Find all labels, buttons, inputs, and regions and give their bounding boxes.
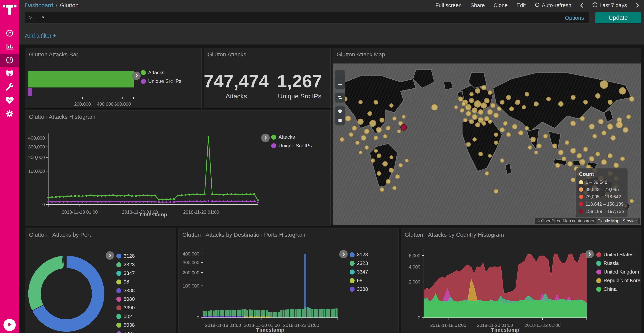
legend-item[interactable]: 3347 <box>350 269 368 275</box>
attack-bubble <box>460 108 464 113</box>
legend-toggle-chevron-icon[interactable] <box>106 251 114 260</box>
time-forward-button[interactable] <box>636 3 639 8</box>
attack-bubble <box>462 102 466 106</box>
attack-bubble <box>465 104 472 110</box>
legend-item[interactable]: 3388 <box>350 286 368 292</box>
legend-item[interactable]: Russia <box>596 260 641 266</box>
breadcrumb-separator: / <box>56 2 57 9</box>
legend-item[interactable]: 8080 <box>116 296 135 302</box>
legend-toggle-chevron-icon[interactable] <box>132 72 141 80</box>
attack-bubble <box>458 97 463 102</box>
attack-bubble <box>478 152 483 156</box>
legend-item[interactable]: 2323 <box>350 260 368 266</box>
attack-bubble <box>512 124 517 129</box>
attacks-by-port-donut-chart[interactable] <box>25 228 176 333</box>
legend-item[interactable]: 3128 <box>116 253 135 259</box>
legend-item[interactable]: Attacks <box>271 134 312 140</box>
legend-dot <box>350 278 354 283</box>
legend-label: 3388 <box>124 287 135 293</box>
legend-item[interactable]: United States <box>596 252 641 258</box>
legend-item[interactable]: 5038 <box>116 322 135 328</box>
sidebar-item-monitoring[interactable] <box>0 94 19 107</box>
time-back-button[interactable] <box>580 3 584 8</box>
svg-text:0: 0 <box>42 202 45 207</box>
legend-toggle-chevron-icon[interactable] <box>261 134 270 142</box>
legend-dot <box>141 70 146 75</box>
attack-bubble <box>395 174 400 179</box>
legend-toggle-chevron-icon[interactable] <box>585 250 594 258</box>
play-icon <box>6 321 14 329</box>
plus-icon: + <box>53 33 56 39</box>
attack-bubble <box>380 118 384 123</box>
chart-legend: AttacksUnique Src IPs <box>271 134 312 149</box>
legend-item[interactable]: Unique Src IPs <box>271 143 312 149</box>
breadcrumb-dashboard-link[interactable]: Dashboard <box>25 2 53 9</box>
attack-bubble <box>630 199 634 203</box>
legend-item[interactable]: 98 <box>116 279 135 285</box>
legend-item[interactable]: Republic of Korea <box>596 277 641 283</box>
attack-bubble <box>481 85 486 90</box>
legend-item[interactable]: 98 <box>350 277 368 283</box>
legend-toggle-chevron-icon[interactable] <box>339 250 348 258</box>
clock-icon <box>592 2 598 9</box>
attack-bubble <box>524 92 529 97</box>
share-button[interactable]: Share <box>470 2 485 9</box>
legend-item[interactable]: 3128 <box>350 252 368 258</box>
legend-item[interactable]: 502 <box>116 313 135 319</box>
query-options-link[interactable]: Options <box>565 15 584 21</box>
attacks-histogram-chart[interactable]: 0100,000200,000300,000400,0002018-11-18 … <box>25 111 330 226</box>
search-query-input[interactable]: >_ * Options <box>25 12 590 24</box>
map-zoom-in-button[interactable]: + <box>336 70 344 80</box>
auto-refresh-button[interactable]: Auto-refresh <box>534 2 571 9</box>
metric-label: Unique Src IPs <box>269 93 330 100</box>
world-map[interactable]: + − <box>333 64 641 225</box>
legend-item[interactable]: United Kingdom <box>596 269 641 275</box>
update-button[interactable]: Update <box>595 12 641 24</box>
map-fit-bounds-button[interactable] <box>336 93 344 102</box>
sidebar-item-devtools[interactable] <box>0 81 19 94</box>
edit-button[interactable]: Edit <box>516 2 526 9</box>
legend-item[interactable]: 7007 <box>116 331 135 333</box>
panel-glutton-attacks-histogram: Glutton Attacks Histogram 0100,000200,00… <box>25 110 330 226</box>
clone-button[interactable]: Clone <box>494 2 508 9</box>
attack-bubble <box>402 115 406 119</box>
legend-item[interactable]: China <box>596 286 641 292</box>
legend-label: 98 <box>124 279 129 285</box>
fullscreen-button[interactable]: Full screen <box>436 2 462 9</box>
sidebar-collapse-button[interactable] <box>4 319 16 331</box>
legend-item[interactable]: Attacks <box>141 70 181 76</box>
sidebar-item-management[interactable] <box>0 107 19 121</box>
legend-item[interactable]: 3347 <box>116 270 135 276</box>
panel-title: Glutton - Attacks by Port <box>29 231 91 238</box>
legend-item[interactable]: 3388 <box>116 287 135 293</box>
sidebar-item-visualize[interactable] <box>0 40 19 54</box>
legend-item[interactable]: 2323 <box>116 262 135 268</box>
legend-label: China <box>604 286 616 292</box>
sidebar-item-dashboard[interactable] <box>0 54 19 67</box>
attack-bubble <box>376 171 381 176</box>
sidebar-item-discover[interactable] <box>0 27 19 40</box>
panel-title: Glutton Attacks <box>208 51 246 58</box>
attack-bubble <box>534 102 538 107</box>
map-draw-rectangle-button[interactable] <box>336 116 344 125</box>
add-filter-link[interactable]: Add a filter + <box>25 33 56 39</box>
square-icon <box>338 116 342 124</box>
attack-bubble-high <box>400 124 407 131</box>
map-draw-polygon-button[interactable] <box>336 107 344 116</box>
attack-bubble <box>380 187 384 192</box>
sidebar-item-tpot[interactable] <box>0 67 19 81</box>
attack-bubble <box>610 135 616 141</box>
attack-bubble <box>466 142 471 147</box>
attack-bubble <box>397 130 401 133</box>
map-zoom-out-button[interactable]: − <box>336 80 344 89</box>
legend-item[interactable]: 3390 <box>116 305 135 311</box>
attack-bubble <box>570 121 576 126</box>
svg-text:Timestamp: Timestamp <box>256 327 284 333</box>
attack-bubble <box>528 145 532 150</box>
time-range-picker[interactable]: Last 7 days <box>592 2 627 9</box>
chart-legend: 312823233347983388 <box>350 252 368 292</box>
elastic-maps-service-link[interactable]: Elastic Maps Service <box>596 218 638 224</box>
legend-item[interactable]: Unique Src IPs <box>141 78 181 84</box>
svg-text:200,000: 200,000 <box>28 155 45 160</box>
attack-bubble <box>355 141 360 145</box>
